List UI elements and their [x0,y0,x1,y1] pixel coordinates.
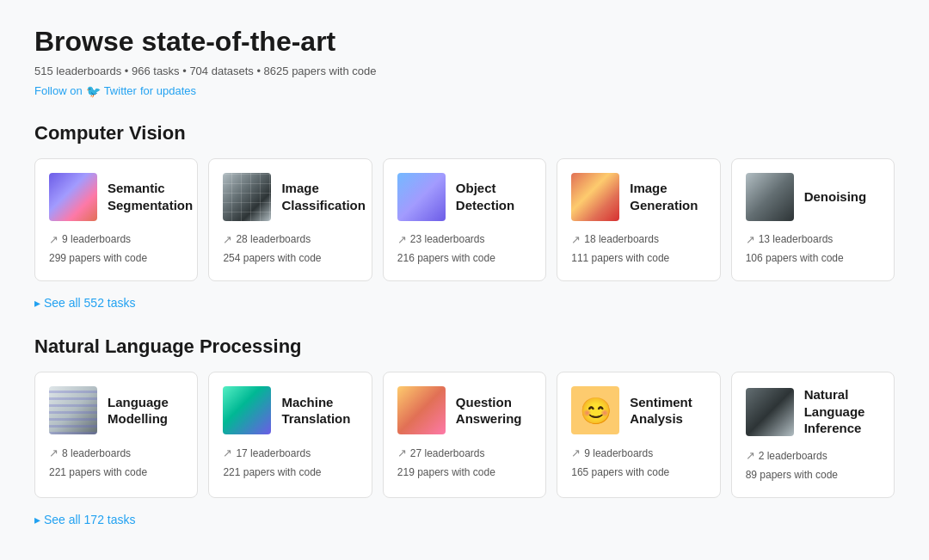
card-thumb-image-generation [571,173,619,221]
card-leaderboards: ↗28 leaderboards [223,231,357,249]
chart-icon: ↗ [397,231,407,249]
card-leaderboards: ↗13 leaderboards [746,231,880,249]
card-header: Object Detection [397,173,532,221]
card-header: 😊Sentiment Analysis [571,386,705,434]
card-image-classification[interactable]: Image Classification↗28 leaderboards254 … [208,158,372,282]
card-leaderboards: ↗2 leaderboards [746,447,880,465]
card-leaderboards: ↗9 leaderboards [571,445,705,463]
card-semantic-segmentation[interactable]: Semantic Segmentation↗9 leaderboards299 … [34,158,198,282]
card-machine-translation[interactable]: Machine Translation↗17 leaderboards221 p… [208,372,372,497]
card-header: Image Classification [223,173,357,221]
card-title-semantic-segmentation: Semantic Segmentation [108,180,193,213]
card-thumb-sentiment-analysis: 😊 [571,386,619,434]
chart-icon: ↗ [571,231,581,249]
card-language-modelling[interactable]: Language Modelling↗8 leaderboards221 pap… [34,372,198,497]
sections-container: Computer VisionSemantic Segmentation↗9 l… [34,122,895,552]
card-stats-semantic-segmentation: ↗9 leaderboards299 papers with code [49,231,183,268]
card-thumb-image-classification [223,173,271,221]
card-stats-denoising: ↗13 leaderboards106 papers with code [746,231,880,268]
leaderboards-count: 2 leaderboards [759,448,827,465]
card-image-generation[interactable]: Image Generation↗18 leaderboards111 pape… [557,158,720,282]
twitter-suffix: for updates [140,84,196,97]
leaderboards-count: 28 leaderboards [236,231,311,248]
card-header: Denoising [746,173,880,221]
chart-icon: ↗ [223,445,232,463]
card-stats-question-answering: ↗27 leaderboards219 papers with code [397,445,532,481]
card-title-question-answering: Question Answering [456,394,532,428]
card-leaderboards: ↗9 leaderboards [49,231,183,249]
papers-count: 216 papers with code [397,250,532,267]
section-title-computer-vision: Computer Vision [34,122,895,145]
card-stats-natural-language-inference: ↗2 leaderboards89 papers with code [746,447,880,483]
card-header: Semantic Segmentation [49,173,183,221]
papers-count: 221 papers with code [49,465,183,481]
papers-count: 106 papers with code [746,250,880,267]
chart-icon: ↗ [571,445,581,463]
card-header: Natural Language Inference [746,386,880,437]
papers-count: 111 papers with code [571,250,705,267]
card-thumb-semantic-segmentation [49,173,97,221]
card-thumb-machine-translation [223,386,271,434]
card-leaderboards: ↗8 leaderboards [49,445,183,463]
papers-count: 219 papers with code [397,465,532,481]
card-question-answering[interactable]: Question Answering↗27 leaderboards219 pa… [383,372,546,497]
chart-icon: ↗ [49,445,58,463]
card-title-object-detection: Object Detection [456,180,532,213]
chart-icon: ↗ [746,231,755,249]
twitter-link-text: Follow on [34,84,83,97]
chart-icon: ↗ [49,231,58,249]
card-natural-language-inference[interactable]: Natural Language Inference↗2 leaderboard… [731,372,895,497]
leaderboards-count: 9 leaderboards [584,446,653,462]
chart-icon: ↗ [223,231,232,249]
card-thumb-language-modelling [49,386,97,434]
papers-count: 299 papers with code [49,250,183,267]
card-title-language-modelling: Language Modelling [108,394,183,428]
card-title-denoising: Denoising [804,188,867,206]
leaderboards-count: 18 leaderboards [584,231,659,248]
card-header: Image Generation [571,173,705,221]
leaderboards-count: 17 leaderboards [236,446,311,462]
leaderboards-count: 9 leaderboards [62,231,131,248]
card-leaderboards: ↗18 leaderboards [571,231,705,249]
card-stats-image-classification: ↗28 leaderboards254 papers with code [223,231,357,268]
card-title-machine-translation: Machine Translation [281,394,357,428]
section-title-nlp: Natural Language Processing [34,335,895,358]
card-thumb-denoising [746,173,794,221]
card-leaderboards: ↗17 leaderboards [223,445,357,463]
see-all-computer-vision[interactable]: ▸ See all 552 tasks [34,296,136,310]
card-sentiment-analysis[interactable]: 😊Sentiment Analysis↗9 leaderboards165 pa… [557,372,720,497]
card-header: Machine Translation [223,386,357,434]
card-title-sentiment-analysis: Sentiment Analysis [630,394,705,428]
card-stats-image-generation: ↗18 leaderboards111 papers with code [571,231,705,268]
twitter-icon: 🐦 [86,84,101,98]
card-stats-sentiment-analysis: ↗9 leaderboards165 papers with code [571,445,705,481]
chart-icon: ↗ [746,447,755,465]
card-thumb-natural-language-inference [746,388,794,436]
twitter-handle: Twitter [104,84,137,97]
card-title-natural-language-inference: Natural Language Inference [804,386,880,437]
cards-row-nlp: Language Modelling↗8 leaderboards221 pap… [34,372,895,497]
leaderboards-count: 23 leaderboards [410,231,485,248]
card-title-image-classification: Image Classification [281,180,366,213]
card-header: Question Answering [397,386,532,434]
leaderboards-count: 8 leaderboards [62,446,131,462]
card-thumb-question-answering [397,386,446,434]
section-computer-vision: Computer VisionSemantic Segmentation↗9 l… [34,122,895,336]
see-all-nlp[interactable]: ▸ See all 172 tasks [34,513,136,526]
card-denoising[interactable]: Denoising↗13 leaderboards106 papers with… [731,158,895,282]
card-stats-machine-translation: ↗17 leaderboards221 papers with code [223,445,357,481]
leaderboards-count: 27 leaderboards [410,446,485,462]
section-nlp: Natural Language ProcessingLanguage Mode… [34,335,895,551]
twitter-link[interactable]: Follow on 🐦 Twitter for updates [34,84,196,98]
card-leaderboards: ↗23 leaderboards [397,231,532,249]
card-stats-object-detection: ↗23 leaderboards216 papers with code [397,231,532,268]
card-stats-language-modelling: ↗8 leaderboards221 papers with code [49,445,183,481]
card-object-detection[interactable]: Object Detection↗23 leaderboards216 pape… [383,158,546,282]
leaderboards-count: 13 leaderboards [759,231,834,248]
stats-bar: 515 leaderboards • 966 tasks • 704 datas… [34,65,895,77]
chart-icon: ↗ [397,445,407,463]
page-title: Browse state-of-the-art [34,26,895,58]
card-header: Language Modelling [49,386,183,434]
card-thumb-object-detection [397,173,446,221]
card-leaderboards: ↗27 leaderboards [397,445,532,463]
